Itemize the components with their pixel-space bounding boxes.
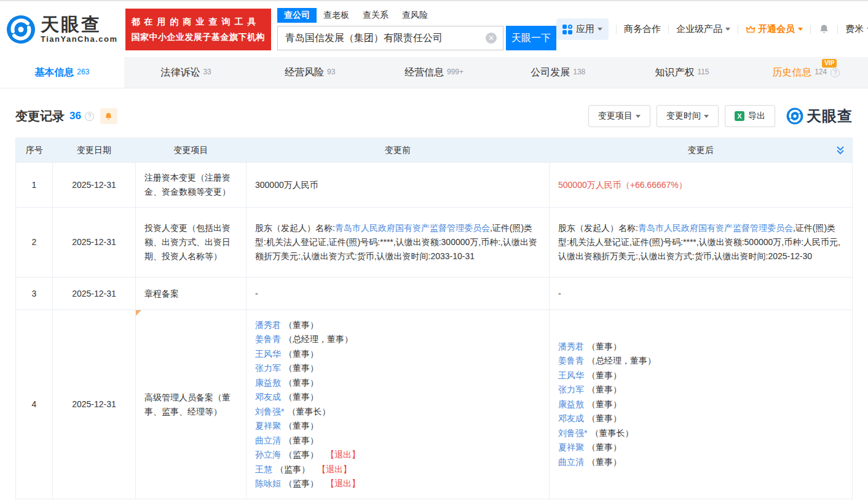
person-role: （董事） [587, 370, 621, 380]
company-tab-2[interactable]: 经营风险93 [248, 57, 372, 88]
person-line: 潘秀君（董事） [255, 318, 540, 333]
person-role: （董事） [587, 341, 621, 351]
person-role: （董事） [284, 392, 318, 402]
company-tabbar: 基本信息263法律诉讼33经营风险93经营信息999+公司发展138知识产权11… [0, 57, 868, 88]
person-role: （董事） [284, 378, 318, 388]
divider [837, 25, 838, 34]
monitor-bell-button[interactable] [100, 108, 117, 124]
person-line: 邓友成（董事） [255, 390, 540, 405]
person-link[interactable]: 刘鲁强* [558, 428, 587, 438]
tab-label: 公司发展 [531, 66, 570, 79]
tab-label: 知识产权 [655, 66, 694, 79]
tab-count: 93 [327, 68, 335, 76]
search-tab-3[interactable]: 查风险 [395, 8, 435, 23]
company-tab-1[interactable]: 法律诉讼33 [124, 57, 248, 88]
search-input-value: 青岛国信发展（集团）有限责任公司 [285, 32, 486, 45]
person-role: （监事） [284, 450, 318, 459]
row-seq: 3 [16, 278, 53, 310]
company-link[interactable]: 青岛市人民政府国有资产监督管理委员会 [638, 223, 793, 233]
tab-count: 124VIP [815, 68, 827, 76]
vip-badge: VIP [822, 59, 837, 68]
row-date: 2025-12-31 [53, 208, 136, 278]
company-tab-0[interactable]: 基本信息263 [0, 57, 124, 88]
person-link[interactable]: 姜鲁青 [255, 334, 281, 344]
person-link[interactable]: 王风华 [558, 370, 584, 380]
person-link[interactable]: 夏祥聚 [558, 442, 584, 452]
filter-change-item-button[interactable]: 变更项目 [588, 105, 650, 127]
row-before: 300000万人民币 [247, 163, 550, 208]
nav-open-vip[interactable]: 开通会员 [746, 23, 803, 35]
nav-enterprise-products[interactable]: 企业级产品 [676, 23, 730, 35]
exit-tag: 【退出】 [317, 464, 352, 474]
help-icon[interactable]: ? [831, 68, 840, 77]
filter-change-time-label: 变更时间 [666, 111, 701, 122]
person-role: （总经理，董事） [587, 356, 656, 365]
person-role: （董事长） [590, 428, 633, 438]
tab-label: 历史信息 [772, 66, 811, 79]
search-button[interactable]: 天眼一下 [506, 26, 556, 50]
company-tab-5[interactable]: 知识产权115 [620, 57, 744, 88]
person-line: 曲立清（董事） [558, 455, 843, 470]
people-list: 潘秀君（董事）姜鲁青（总经理，董事）王风华（董事）张力军（董事）康益敖（董事）邓… [255, 318, 540, 491]
slogan-line1: 都在用的商业查询工具 [132, 14, 266, 29]
search-input[interactable]: 青岛国信发展（集团）有限责任公司 ✕ [277, 26, 503, 50]
company-tab-3[interactable]: 经营信息999+ [372, 57, 496, 88]
tab-label: 基本信息 [34, 66, 74, 79]
row-seq: 1 [16, 163, 53, 208]
person-link[interactable]: 潘秀君 [255, 320, 281, 330]
search-tab-1[interactable]: 查老板 [317, 8, 356, 23]
filter-change-time-button[interactable]: 变更时间 [657, 105, 719, 127]
change-record-table: 序号变更日期变更项目变更前变更后 12025-12-31注册资本变更（注册资金、… [15, 138, 853, 499]
person-link[interactable]: 张力军 [558, 384, 584, 394]
top-header: 天眼查 TianYanCha.com 都在用的商业查询工具 国家中小企业发展子基… [0, 1, 868, 57]
company-tab-4[interactable]: 公司发展138 [496, 57, 620, 88]
notification-bell-icon[interactable] [818, 23, 830, 35]
tab-label: 经营风险 [285, 66, 324, 79]
person-link[interactable]: 邓友成 [558, 413, 584, 423]
person-role: （董事） [284, 349, 318, 359]
row-seq: 4 [16, 310, 53, 499]
clear-icon[interactable]: ✕ [486, 33, 497, 44]
export-button[interactable]: X 导出 [725, 105, 775, 127]
person-link[interactable]: 康益敖 [558, 399, 584, 409]
person-link[interactable]: 陈咏姮 [255, 478, 281, 488]
company-link[interactable]: 青岛市人民政府国有资产监督管理委员会 [335, 223, 490, 233]
person-link[interactable]: 刘鲁强* [255, 407, 284, 416]
person-link[interactable]: 孙立海 [255, 450, 281, 459]
person-link[interactable]: 姜鲁青 [558, 356, 584, 365]
nav-apps-label: 应用 [576, 23, 594, 35]
person-role: （董事） [284, 435, 318, 445]
nav-username[interactable]: 费米 [845, 23, 868, 35]
row-after: 500000万人民币（+66.66667%） [550, 163, 853, 208]
row-date: 2025-12-31 [53, 310, 136, 499]
person-link[interactable]: 夏祥聚 [255, 421, 281, 431]
row-before: 股东（发起人）名称:青岛市人民政府国有资产监督管理委员会,证件(照)类型:机关法… [247, 208, 550, 278]
company-tab-6[interactable]: 历史信息124VIP? [744, 57, 868, 88]
person-role: （董事） [284, 363, 318, 373]
nav-business-cooperation[interactable]: 商务合作 [624, 23, 661, 35]
person-role: （董事） [587, 413, 621, 423]
person-link[interactable]: 王慧 [255, 464, 272, 474]
tab-label: 法律诉讼 [160, 66, 200, 79]
person-link[interactable]: 邓友成 [255, 392, 281, 402]
person-link[interactable]: 曲立清 [558, 457, 584, 467]
changed-value: 500000万人民币（+66.66667%） [558, 180, 687, 190]
tianyancha-logo[interactable]: 天眼查 TianYanCha.com [6, 15, 118, 44]
help-icon[interactable]: ? [85, 112, 94, 121]
tab-count: 115 [697, 68, 709, 76]
nav-apps[interactable]: 应用 [556, 18, 609, 40]
search-tab-0[interactable]: 查公司 [277, 8, 317, 23]
double-chevron-down-icon[interactable] [836, 146, 845, 155]
person-link[interactable]: 曲立清 [255, 435, 281, 445]
table-header-row: 序号变更日期变更项目变更前变更后 [16, 138, 853, 163]
change-table-body: 12025-12-31注册资本变更（注册资金、资金数额等变更）300000万人民… [16, 163, 853, 499]
person-link[interactable]: 潘秀君 [558, 341, 584, 351]
person-link[interactable]: 康益敖 [255, 378, 281, 388]
filter-change-item-label: 变更项目 [598, 111, 633, 122]
tab-count: 33 [203, 68, 211, 76]
person-link[interactable]: 王风华 [255, 349, 281, 359]
search-tab-2[interactable]: 查关系 [356, 8, 395, 23]
person-link[interactable]: 张力军 [255, 363, 281, 373]
brand-name: 天眼查 [41, 15, 118, 34]
table-row: 32025-12-31章程备案-- [16, 278, 853, 310]
